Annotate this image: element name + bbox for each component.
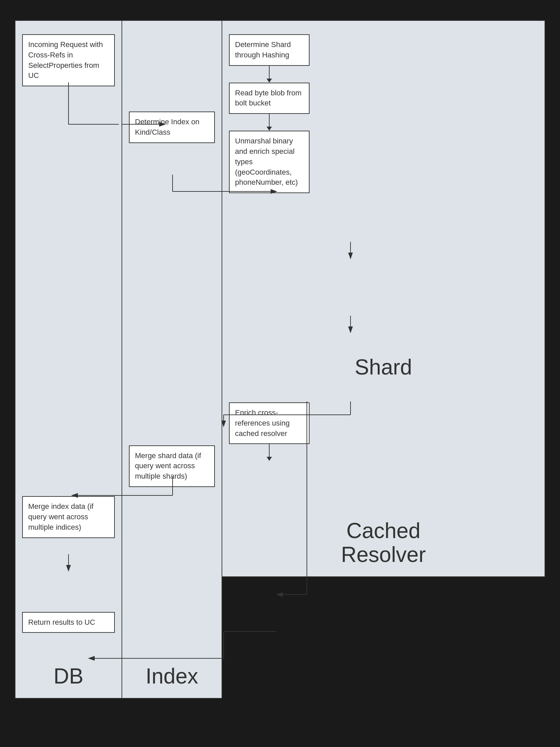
shard-label: Shard <box>222 355 544 379</box>
index-box-1-container: Determine Index on Kind/Class <box>129 111 215 143</box>
db-box-3: Return results to UC <box>22 612 115 633</box>
db-box-1: Incoming Request with Cross-Refs in Sele… <box>22 34 115 86</box>
cached-box-1: Enrich cross-references using cached res… <box>229 403 310 444</box>
cached-label: Cached Resolver <box>222 495 544 566</box>
db-box-2: Merge index data (if query went across m… <box>22 496 115 538</box>
cached-arrow-1 <box>229 444 310 461</box>
index-box-2-container: Merge shard data (if query went across m… <box>129 445 215 487</box>
index-box-1: Determine Index on Kind/Class <box>129 111 215 143</box>
shard-box-2-container: Read byte blob from bolt bucket <box>229 83 538 114</box>
shard-box-3-container: Unmarshal binary and enrich special type… <box>229 131 538 193</box>
cached-swimlane: Enrich cross-references using cached res… <box>221 389 545 577</box>
db-label: DB <box>16 664 122 688</box>
shard-box-1: Determine Shard through Hashing <box>229 34 310 66</box>
db-box-2-container: Merge index data (if query went across m… <box>22 496 115 538</box>
shard-arrow-1 <box>229 66 310 83</box>
index-label: Index <box>122 664 221 688</box>
db-swimlane: Incoming Request with Cross-Refs in Sele… <box>15 20 122 699</box>
shard-swimlane: Determine Shard through Hashing Read byt… <box>221 20 545 390</box>
shard-box-2: Read byte blob from bolt bucket <box>229 83 310 114</box>
index-box-2: Merge shard data (if query went across m… <box>129 445 215 487</box>
index-swimlane: Determine Index on Kind/Class Merge shar… <box>122 20 222 699</box>
cached-box-1-container: Enrich cross-references using cached res… <box>229 403 538 444</box>
shard-box-1-container: Determine Shard through Hashing <box>229 34 538 66</box>
db-box-3-container: Return results to UC <box>22 612 115 633</box>
shard-arrow-2 <box>229 114 310 131</box>
right-column: Determine Shard through Hashing Read byt… <box>222 20 545 577</box>
db-box-1-container: Incoming Request with Cross-Refs in Sele… <box>22 34 115 86</box>
shard-box-3: Unmarshal binary and enrich special type… <box>229 131 310 193</box>
